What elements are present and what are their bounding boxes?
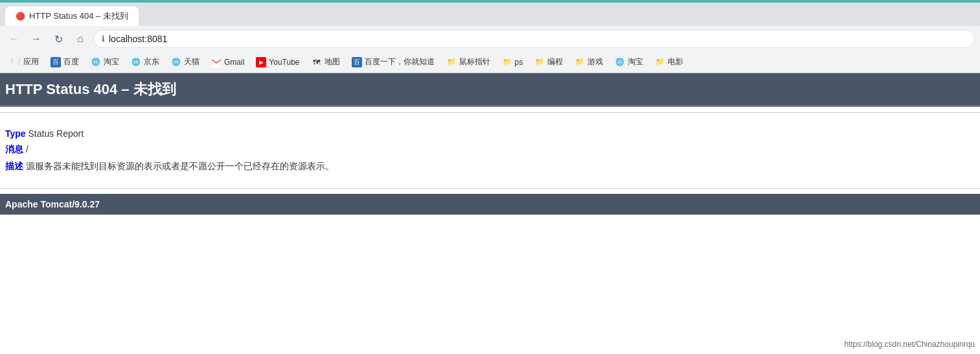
- type-label: Type: [5, 128, 26, 139]
- bookmark-label: 编程: [547, 56, 563, 67]
- bookmark-taobao1[interactable]: 🌐 淘宝: [85, 55, 124, 69]
- bookmark-baidu[interactable]: 百 百度: [45, 55, 84, 69]
- back-button[interactable]: ←: [5, 30, 23, 48]
- active-tab[interactable]: 🔴 HTTP Status 404 – 未找到: [5, 6, 139, 26]
- status-header: HTTP Status 404 – 未找到: [0, 73, 980, 107]
- message-label: 消息: [5, 144, 23, 154]
- bookmark-label: 鼠标指针: [459, 56, 490, 67]
- bookmark-baidu2[interactable]: 百 百度一下，你就知道: [347, 55, 440, 69]
- page-content: HTTP Status 404 – 未找到 Type Status Report…: [0, 73, 980, 333]
- footer-text: Apache Tomcat/9.0.27: [5, 199, 100, 209]
- bookmark-label: ps: [515, 58, 523, 67]
- bookmark-mouse[interactable]: 📁 鼠标指针: [441, 55, 496, 69]
- gmail-icon: [211, 57, 222, 67]
- message-value-text: /: [26, 144, 28, 154]
- message-row: 消息 /: [5, 144, 975, 156]
- bookmark-label: YouTube: [269, 58, 299, 67]
- svg-rect-0: [211, 57, 222, 67]
- home-button[interactable]: ⌂: [71, 30, 89, 48]
- status-title: HTTP Status 404 – 未找到: [5, 81, 176, 97]
- folder-icon-mouse: 📁: [446, 57, 457, 67]
- bookmark-label: 京东: [144, 56, 159, 67]
- description-label: 描述: [5, 161, 23, 171]
- description-value: 源服务器未能找到目标资源的表示或者是不愿公开一个已经存在的资源表示。: [26, 161, 334, 171]
- address-bar-row: ← → ↻ ⌂ ℹ localhost:8081: [0, 26, 980, 52]
- address-text: localhost:8081: [109, 34, 966, 44]
- folder-icon-ps: 📁: [502, 57, 512, 67]
- bookmarks-bar: ⋮⋮ 应用 百 百度 🌐 淘宝 🌐 京东 🌐 天猫 Gmail: [0, 52, 980, 73]
- taobao2-icon: 🌐: [615, 57, 625, 67]
- bookmark-label: 应用: [23, 56, 39, 67]
- bookmark-tianmao[interactable]: 🌐 天猫: [166, 55, 205, 69]
- bookmark-label: 游戏: [587, 56, 603, 67]
- bookmark-ps[interactable]: 📁 ps: [497, 56, 529, 69]
- bookmark-taobao2[interactable]: 🌐 淘宝: [610, 55, 648, 69]
- bookmark-label: Gmail: [224, 58, 244, 67]
- footer-bar: Apache Tomcat/9.0.27: [0, 194, 980, 215]
- bookmark-programming[interactable]: 📁 编程: [529, 55, 568, 69]
- folder-icon-movies: 📁: [655, 57, 665, 67]
- bookmark-games[interactable]: 📁 游戏: [569, 55, 608, 69]
- bookmark-apps[interactable]: ⋮⋮ 应用: [5, 55, 44, 69]
- bookmark-label: 百度一下，你就知道: [365, 56, 435, 67]
- bookmark-gmail[interactable]: Gmail: [206, 56, 249, 69]
- bookmark-label: 淘宝: [628, 56, 643, 67]
- tianmao-icon: 🌐: [171, 57, 181, 67]
- jingdong-icon: 🌐: [131, 57, 141, 67]
- address-bar[interactable]: ℹ localhost:8081: [93, 30, 975, 48]
- baidu2-icon: 百: [352, 57, 362, 67]
- folder-icon-games: 📁: [575, 57, 585, 67]
- youtube-icon: ▶: [256, 57, 266, 67]
- lock-icon: ℹ: [102, 34, 105, 43]
- bookmark-label: 天猫: [184, 56, 199, 67]
- folder-icon-programming: 📁: [534, 57, 545, 67]
- bookmark-label: 电影: [668, 56, 683, 67]
- bookmark-movies[interactable]: 📁 电影: [650, 55, 689, 69]
- tab-bar: 🔴 HTTP Status 404 – 未找到: [0, 3, 980, 26]
- tab-title: HTTP Status 404 – 未找到: [29, 10, 128, 22]
- apps-icon: ⋮⋮: [10, 57, 21, 67]
- bookmark-label: 淘宝: [104, 56, 119, 67]
- tab-favicon: 🔴: [16, 12, 25, 21]
- bookmark-label: 地图: [325, 56, 340, 67]
- bookmark-label: 百度: [63, 56, 79, 67]
- divider-bottom: [0, 188, 980, 189]
- bookmark-jingdong[interactable]: 🌐 京东: [126, 55, 165, 69]
- description-row: 描述 源服务器未能找到目标资源的表示或者是不愿公开一个已经存在的资源表示。: [5, 161, 975, 172]
- forward-button[interactable]: →: [27, 30, 45, 48]
- browser-chrome: 🔴 HTTP Status 404 – 未找到 ← → ↻ ⌂ ℹ localh…: [0, 3, 980, 73]
- taobao-icon: 🌐: [91, 57, 101, 67]
- divider-top: [0, 112, 980, 113]
- content-body: Type Status Report 消息 / 描述 源服务器未能找到目标资源的…: [0, 118, 980, 183]
- maps-icon: 🗺: [312, 57, 322, 67]
- bookmark-maps[interactable]: 🗺 地图: [306, 55, 345, 69]
- type-row: Type Status Report: [5, 128, 975, 139]
- bookmark-youtube[interactable]: ▶ YouTube: [251, 56, 304, 69]
- reload-button[interactable]: ↻: [49, 30, 67, 48]
- baidu-icon: 百: [51, 57, 61, 67]
- type-value-text: Status Report: [28, 128, 84, 139]
